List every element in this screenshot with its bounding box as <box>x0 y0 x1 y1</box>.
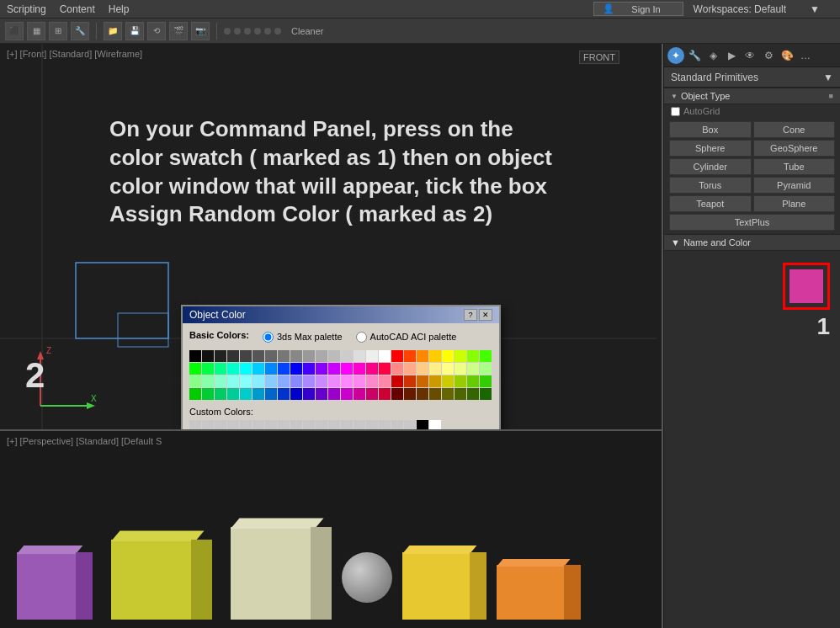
color-cell[interactable] <box>265 350 277 362</box>
color-cell[interactable] <box>189 388 201 400</box>
color-cell[interactable] <box>215 375 226 387</box>
color-cell[interactable] <box>227 363 239 375</box>
color-cell[interactable] <box>429 388 441 400</box>
color-cell[interactable] <box>328 388 340 400</box>
color-cell[interactable] <box>316 388 327 400</box>
color-cell[interactable] <box>417 350 428 362</box>
dialog-close-button[interactable]: ✕ <box>479 309 492 321</box>
color-cell[interactable] <box>328 363 340 375</box>
custom-color-cell[interactable] <box>240 420 252 431</box>
color-cell[interactable] <box>379 375 391 387</box>
color-cell[interactable] <box>341 350 353 362</box>
color-cell[interactable] <box>442 363 454 375</box>
color-cell[interactable] <box>341 375 353 387</box>
toolbar-icon-5[interactable]: 📁 <box>104 22 122 40</box>
color-cell[interactable] <box>316 363 327 375</box>
extras-icon[interactable]: … <box>797 47 814 64</box>
custom-color-cell[interactable] <box>328 420 340 431</box>
color-cell[interactable] <box>480 363 492 375</box>
radio-3dsmax[interactable] <box>263 332 274 343</box>
utilities-icon[interactable]: ⚙ <box>760 47 777 64</box>
primitive-pyramid[interactable]: Pyramid <box>753 177 836 194</box>
color-cell[interactable] <box>240 388 252 400</box>
color-cell[interactable] <box>253 375 264 387</box>
color-cell[interactable] <box>290 350 302 362</box>
color-cell[interactable] <box>189 375 201 387</box>
color-cell[interactable] <box>480 388 492 400</box>
color-cell[interactable] <box>303 350 315 362</box>
motion-icon[interactable]: ▶ <box>723 47 740 64</box>
color-cell[interactable] <box>417 375 428 387</box>
autogrid-checkbox[interactable] <box>671 107 680 116</box>
custom-color-cell[interactable] <box>253 420 264 431</box>
color-cell[interactable] <box>366 388 378 400</box>
color-cell[interactable] <box>303 388 315 400</box>
color-cell[interactable] <box>366 350 378 362</box>
custom-color-cell[interactable] <box>303 420 315 431</box>
color-cell[interactable] <box>290 375 302 387</box>
modify-icon[interactable]: 🔧 <box>686 47 703 64</box>
color-cell[interactable] <box>328 350 340 362</box>
color-cell[interactable] <box>253 350 264 362</box>
custom-color-cell[interactable] <box>366 420 378 431</box>
color-cell[interactable] <box>316 350 327 362</box>
primitive-teapot[interactable]: Teapot <box>669 195 752 212</box>
color-cell[interactable] <box>417 363 428 375</box>
color-cell[interactable] <box>391 350 403 362</box>
toolbar-icon-3[interactable]: ⊞ <box>49 22 67 40</box>
workspaces-dropdown-icon[interactable]: ▼ <box>810 3 820 15</box>
color-cell[interactable] <box>404 388 416 400</box>
toolbar-icon-9[interactable]: 📷 <box>191 22 210 40</box>
color-cell[interactable] <box>265 375 277 387</box>
color-cell[interactable] <box>404 375 416 387</box>
display-icon[interactable]: 👁 <box>742 47 758 64</box>
primitive-cone[interactable]: Cone <box>753 121 836 138</box>
color-cell[interactable] <box>202 363 214 375</box>
menu-help[interactable]: Help <box>109 3 130 15</box>
color-cell[interactable] <box>455 350 466 362</box>
color-cell[interactable] <box>202 375 214 387</box>
toolbar-icon-6[interactable]: 💾 <box>125 22 144 40</box>
toolbar-icon-7[interactable]: ⟲ <box>147 22 166 40</box>
color-cell[interactable] <box>417 388 428 400</box>
color-cell[interactable] <box>480 375 492 387</box>
custom-color-cell[interactable] <box>202 420 214 431</box>
color-cell[interactable] <box>379 388 391 400</box>
color-cell[interactable] <box>265 363 277 375</box>
color-cell[interactable] <box>341 388 353 400</box>
color-cell[interactable] <box>290 363 302 375</box>
color-cell[interactable] <box>354 375 365 387</box>
collapse-icon[interactable]: ■ <box>829 92 833 100</box>
color-cell[interactable] <box>265 388 277 400</box>
color-cell[interactable] <box>442 388 454 400</box>
primitive-geosphere[interactable]: GeoSphere <box>753 140 836 157</box>
menu-scripting[interactable]: Scripting <box>7 3 46 15</box>
primitive-textplus[interactable]: TextPlus <box>669 214 835 231</box>
color-cell[interactable] <box>404 350 416 362</box>
color-cell[interactable] <box>480 350 492 362</box>
color-cell[interactable] <box>429 350 441 362</box>
color-cell[interactable] <box>189 363 201 375</box>
color-cell[interactable] <box>354 363 365 375</box>
color-cell[interactable] <box>391 388 403 400</box>
primitive-sphere[interactable]: Sphere <box>669 140 752 157</box>
custom-color-cell[interactable] <box>341 420 353 431</box>
color-cell[interactable] <box>467 350 479 362</box>
radio-autocad-label[interactable]: AutoCAD ACI palette <box>356 332 457 343</box>
color-cell[interactable] <box>278 350 290 362</box>
color-cell[interactable] <box>404 363 416 375</box>
color-cell[interactable] <box>467 375 479 387</box>
color-cell[interactable] <box>215 363 226 375</box>
color-cell[interactable] <box>455 363 466 375</box>
color-cell[interactable] <box>429 375 441 387</box>
color-cell[interactable] <box>278 388 290 400</box>
color-cell[interactable] <box>442 350 454 362</box>
color-cell[interactable] <box>316 375 327 387</box>
radio-3dsmax-label[interactable]: 3ds Max palette <box>263 332 343 343</box>
color-cell[interactable] <box>391 363 403 375</box>
toolbar-icon-2[interactable]: ▦ <box>27 22 45 40</box>
custom-color-cell[interactable] <box>215 420 226 431</box>
custom-color-cell[interactable] <box>316 420 327 431</box>
custom-color-cell[interactable] <box>227 420 239 431</box>
custom-color-cell[interactable] <box>404 420 416 431</box>
